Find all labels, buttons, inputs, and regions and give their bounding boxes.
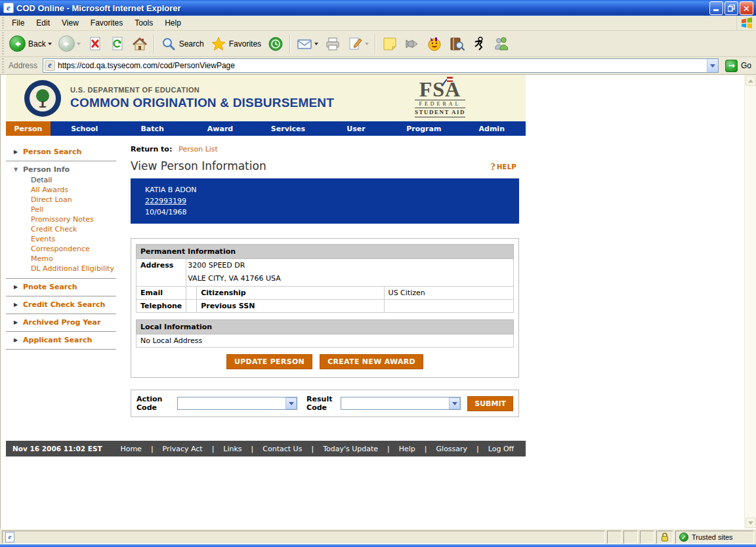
select-dropdown-icon-2[interactable] [449,397,460,409]
go-button[interactable]: → Go [723,59,754,73]
restore-button[interactable] [724,1,738,15]
cod-site: U.S. DEPARTMENT OF EDUCATION COMMON ORIG… [6,75,526,456]
print-button[interactable] [322,33,344,55]
research-book-icon [449,36,465,52]
scroll-down-button[interactable] [746,517,756,528]
address-input[interactable] [58,61,707,70]
sidebar-item-applicant-search[interactable]: ▶Applicant Search [6,333,125,348]
footer-link-home[interactable]: Home [116,445,146,453]
action-buttons-row: UPDATE PERSON CREATE NEW AWARD [136,354,514,369]
sticky-note-icon [382,36,398,52]
messenger-yahoo-button[interactable] [423,33,446,55]
address-dropdown-button[interactable] [707,59,718,72]
tab-user[interactable]: User [322,121,390,136]
research-button[interactable] [446,33,468,55]
sidebar-item-direct-loan[interactable]: Direct Loan [31,195,125,205]
scroll-up-button[interactable] [746,75,756,86]
sidebar-item-pell[interactable]: Pell [31,205,125,214]
sidebar-item-promissory-notes[interactable]: Promissory Notes [31,214,125,224]
favorites-button[interactable]: Favorites [207,33,264,55]
media-button[interactable] [401,33,423,55]
expanded-arrow-icon: ▼ [14,167,23,172]
sidebar-item-detail[interactable]: Detail [31,175,125,185]
address-row-label: Address [136,259,186,287]
back-button[interactable]: Back [6,33,55,55]
footer-link-privacy-act[interactable]: Privacy Act [146,445,207,453]
sidebar-item-events[interactable]: Events [31,234,125,244]
minimize-button[interactable] [709,1,723,15]
footer-link-links[interactable]: Links [207,445,247,453]
action-code-select[interactable] [177,397,298,410]
tab-program[interactable]: Program [390,121,457,136]
menu-help[interactable]: Help [159,16,187,30]
toolbar-grip-3[interactable] [1,58,5,73]
media-arrows-icon [404,36,420,52]
footer-link-help[interactable]: Help [383,445,420,453]
mail-dropdown-icon[interactable] [314,43,318,45]
stop-button[interactable] [84,33,106,55]
tab-admin[interactable]: Admin [458,121,526,136]
tab-award[interactable]: Award [186,121,254,136]
tab-person[interactable]: Person [6,121,51,136]
status-page-icon: e [5,532,14,542]
help-link[interactable]: ? HELP [490,161,519,172]
tab-school[interactable]: School [51,121,118,136]
refresh-button[interactable] [106,33,129,55]
close-button[interactable]: × [740,1,753,15]
tab-batch[interactable]: Batch [118,121,186,136]
email-value [186,287,197,300]
sidebar-item-person-search[interactable]: ▶Person Search [6,145,125,159]
return-to-label: Return to: [131,145,172,153]
toolbar-separator [154,34,155,54]
address-value: 3200 SPEED DR VALE CITY, VA 41766 USA [186,259,514,287]
home-button[interactable] [129,33,151,55]
sidebar-divider-6 [6,349,116,350]
sidebar-item-pnote-search[interactable]: ▶Pnote Search [6,280,125,294]
search-button[interactable]: Search [158,33,207,55]
menu-view[interactable]: View [56,16,85,30]
notes-button[interactable] [379,33,401,55]
update-person-button[interactable]: UPDATE PERSON [226,354,312,369]
status-cell-2 [623,531,638,544]
aim-button[interactable] [468,33,490,55]
local-info-table: Local Information No Local Address [136,319,514,348]
select-dropdown-icon[interactable] [285,397,297,409]
vertical-scrollbar[interactable] [744,75,756,529]
sidebar-item-dl-additional-eligibility[interactable]: DL Additional Eligibility [31,264,125,274]
person-name: KATIA B ADON [145,185,519,195]
footer-link-todays-update[interactable]: Today's Update [306,445,383,453]
sidebar-item-credit-check[interactable]: Credit Check [31,224,125,234]
back-dropdown-icon[interactable] [48,43,52,45]
sidebar-item-memo[interactable]: Memo [31,254,125,264]
menu-tools[interactable]: Tools [129,16,159,30]
person-list-link[interactable]: Person List [178,145,218,153]
sidebar-item-archived-prog-year[interactable]: ▶Archived Prog Year [6,315,125,330]
tab-services[interactable]: Services [254,121,322,136]
create-new-award-button[interactable]: CREATE NEW AWARD [320,354,423,369]
collapsed-arrow-icon: ▶ [14,149,23,155]
toolbar-grip-2[interactable] [1,32,5,55]
telephone-label: Telephone [136,300,186,313]
menu-favorites[interactable]: Favorites [85,16,129,30]
result-code-select[interactable] [341,397,461,410]
msn-messenger-button[interactable] [490,33,513,55]
footer-link-log-off[interactable]: Log Off [472,445,518,453]
mail-button[interactable] [293,33,322,55]
menu-file[interactable]: File [6,16,30,30]
ie-logo-icon: e [3,3,14,13]
person-summary-box: KATIA B ADON 222993199 10/04/1968 [131,178,519,224]
footer-link-contact-us[interactable]: Contact Us [247,445,307,453]
footer-link-glossary[interactable]: Glossary [420,445,472,453]
sidebar-item-person-info[interactable]: ▼Person Info Detail All Awards Direct Lo… [6,163,125,277]
edit-button[interactable] [344,33,372,55]
sidebar-item-all-awards[interactable]: All Awards [31,185,125,195]
forward-button[interactable] [55,33,84,55]
person-ssn-link[interactable]: 222993199 [145,197,186,205]
sidebar-item-credit-check-search[interactable]: ▶Credit Check Search [6,298,125,312]
submit-button[interactable]: SUBMIT [467,396,513,411]
history-button[interactable] [264,33,287,55]
toolbar-grip[interactable] [1,17,5,29]
sidebar-item-correspondence[interactable]: Correspondence [31,244,125,254]
browser-window: e COD Online - Microsoft Internet Explor… [0,0,756,547]
menu-edit[interactable]: Edit [30,16,56,30]
